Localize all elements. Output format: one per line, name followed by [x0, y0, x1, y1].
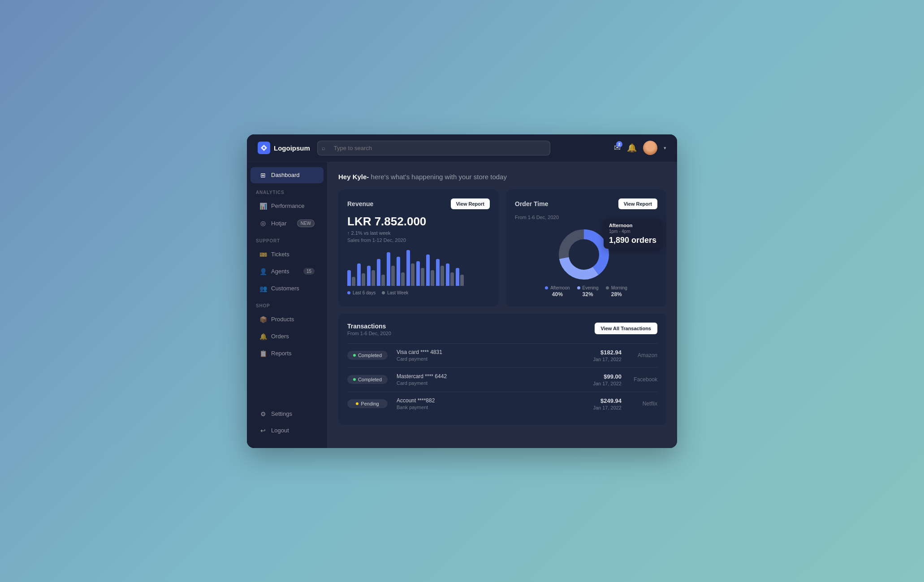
transactions-card: Transactions From 1-6 Dec, 2020 View All…	[338, 314, 666, 425]
sidebar-item-orders[interactable]: 🔔 Orders	[250, 328, 324, 345]
bar-group	[367, 266, 375, 286]
bar-blue	[436, 259, 440, 286]
order-time-card: Order Time View Report From 1-6 Dec, 202…	[506, 190, 666, 306]
legend-lastweek: Last Week	[382, 290, 408, 295]
sidebar-item-tickets[interactable]: 🎫 Tickets	[250, 246, 324, 263]
cards-row: Revenue View Report LKR 7.852.000 ↑ 2.1%…	[338, 190, 666, 306]
legend-dot-blue	[347, 291, 350, 294]
sidebar-hotjar-label: Hotjar	[271, 220, 287, 227]
bar-blue	[426, 254, 430, 286]
revenue-subtitle: Sales from 1-12 Dec, 2020	[347, 237, 490, 243]
tx-amount: $99.00	[593, 373, 622, 380]
revenue-view-report-button[interactable]: View Report	[451, 198, 490, 209]
search-input[interactable]	[317, 141, 550, 155]
donut-tooltip: Afternoon 1pm - 4pm 1,890 orders	[604, 219, 662, 249]
bar-white	[421, 268, 424, 286]
bar-group	[416, 261, 424, 286]
analytics-section-label: Analytics	[247, 184, 327, 198]
transactions-list: Completed Visa card **** 4831 Card payme…	[347, 343, 657, 416]
bar-blue	[367, 266, 371, 286]
reports-icon: 📋	[259, 350, 267, 357]
status-label: Completed	[358, 353, 382, 358]
search-wrapper: ⌕	[317, 141, 550, 155]
tx-date: Jan 17, 2022	[593, 381, 622, 386]
orders-icon: 🔔	[259, 333, 267, 340]
bar-group	[377, 259, 385, 286]
bar-white	[460, 275, 464, 286]
morning-pct: 28%	[606, 291, 627, 297]
order-time-header: Order Time View Report	[515, 198, 657, 209]
bar-blue	[357, 263, 361, 286]
bar-group	[426, 254, 434, 286]
chevron-down-icon[interactable]: ▾	[664, 145, 666, 151]
customers-icon: 👥	[259, 285, 267, 292]
tx-card-type: Bank payment	[397, 405, 584, 410]
sidebar-item-agents[interactable]: 👤 Agents 15	[250, 263, 324, 280]
bar-group	[406, 250, 415, 286]
bar-group	[397, 257, 405, 286]
growth-suffix: vs last week	[364, 230, 391, 236]
sidebar-item-hotjar[interactable]: ◎ Hotjar NEW	[250, 215, 324, 232]
tooltip-title: Afternoon	[609, 223, 656, 228]
status-badge: Completed	[347, 375, 388, 384]
order-time-title: Order Time	[515, 200, 548, 207]
sidebar-item-dashboard[interactable]: ⊞ Dashboard	[250, 167, 324, 183]
tx-merchant: Facebook	[630, 376, 657, 383]
svg-point-4	[571, 242, 596, 267]
products-icon: 📦	[259, 316, 267, 323]
bar-group	[456, 268, 464, 286]
bar-white	[362, 273, 365, 286]
home-icon: ⊞	[259, 172, 267, 179]
order-time-content: From 1-6 Dec, 2020	[515, 215, 657, 297]
search-icon: ⌕	[322, 145, 325, 151]
transactions-subtitle: From 1-6 Dec, 2020	[347, 331, 391, 336]
bell-icon-wrapper[interactable]: 🔔	[627, 143, 637, 153]
tx-date: Jan 17, 2022	[593, 405, 622, 410]
legend-afternoon: Afternoon 40%	[545, 285, 570, 297]
afternoon-pct: 40%	[545, 291, 570, 297]
greeting-text: here's what's happening with your store …	[369, 173, 507, 181]
mail-icon-wrapper[interactable]: ✉ 2	[614, 143, 621, 153]
avatar[interactable]	[643, 141, 657, 155]
sidebar-products-label: Products	[271, 316, 294, 323]
status-dot	[356, 402, 358, 405]
bar-white	[371, 270, 375, 286]
revenue-amount: LKR 7.852.000	[347, 215, 490, 228]
sidebar-item-settings[interactable]: ⚙ Settings	[250, 406, 324, 422]
tx-card-type: Card payment	[397, 356, 584, 362]
logout-icon: ↩	[259, 427, 267, 434]
bell-icon: 🔔	[627, 143, 637, 152]
tickets-icon: 🎫	[259, 251, 267, 258]
tx-card-type: Card payment	[397, 380, 584, 386]
tx-card-name: Account ****882	[397, 397, 584, 404]
sidebar: ⊞ Dashboard Analytics 📊 Performance ◎ Ho…	[247, 162, 328, 448]
sidebar-item-customers[interactable]: 👥 Customers	[250, 280, 324, 297]
sidebar-item-products[interactable]: 📦 Products	[250, 311, 324, 328]
transactions-header: Transactions From 1-6 Dec, 2020 View All…	[347, 323, 657, 336]
table-row: Completed Mastercard **** 6442 Card paym…	[347, 367, 657, 392]
bar-group	[446, 263, 454, 286]
hotjar-icon: ◎	[259, 220, 267, 227]
tx-info: Visa card **** 4831 Card payment	[388, 349, 593, 362]
sidebar-dashboard-label: Dashboard	[271, 172, 300, 178]
sidebar-item-logout[interactable]: ↩ Logout	[250, 422, 324, 439]
legend-evening: Evening 32%	[577, 285, 599, 297]
view-all-transactions-button[interactable]: View All Transactions	[595, 323, 658, 334]
status-label: Completed	[358, 377, 382, 382]
order-time-view-report-button[interactable]: View Report	[618, 198, 657, 209]
tx-merchant: Netflix	[630, 401, 657, 407]
bar-white	[391, 266, 395, 286]
legend-dot-afternoon	[545, 286, 548, 289]
legend-last6: Last 6 days	[347, 290, 376, 295]
tx-card-name: Mastercard **** 6442	[397, 373, 584, 379]
agents-badge: 15	[303, 268, 315, 275]
bar-white	[440, 266, 444, 286]
revenue-card: Revenue View Report LKR 7.852.000 ↑ 2.1%…	[338, 190, 499, 306]
bar-blue	[387, 252, 390, 286]
sidebar-item-performance[interactable]: 📊 Performance	[250, 198, 324, 214]
legend-morning: Morning 28%	[606, 285, 627, 297]
main-layout: ⊞ Dashboard Analytics 📊 Performance ◎ Ho…	[247, 162, 677, 448]
sidebar-item-reports[interactable]: 📋 Reports	[250, 345, 324, 362]
status-label: Pending	[361, 401, 379, 406]
transactions-title-group: Transactions From 1-6 Dec, 2020	[347, 323, 391, 336]
